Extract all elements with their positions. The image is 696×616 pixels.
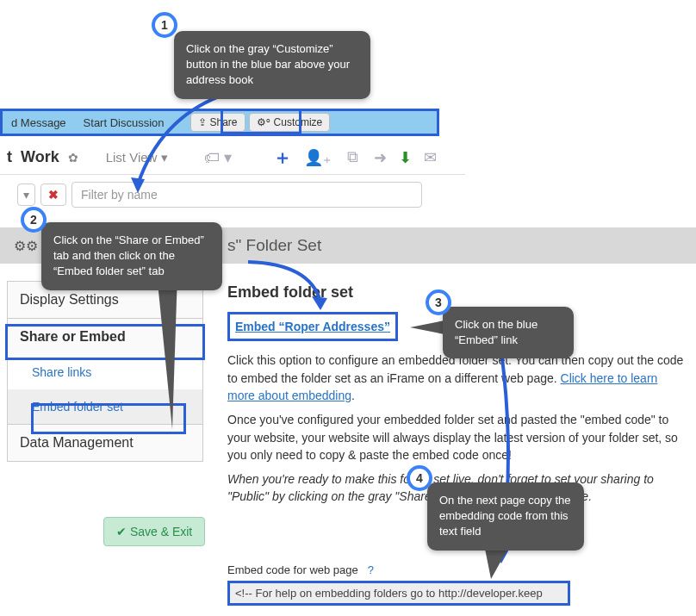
workspace-title[interactable]: Work xyxy=(21,148,59,166)
callout-4: On the next page copy the embedding code… xyxy=(427,482,584,551)
content-p2: Once you've configured your embedded fol… xyxy=(227,411,684,464)
embed-code-label-text: Embed code for web page xyxy=(227,563,358,576)
callout-2: Click on the “Share or Embed” tab and th… xyxy=(41,222,222,290)
embed-code-field[interactable]: <!-- For help on embedding folders go to… xyxy=(227,581,570,606)
save-exit-label: Save & Exit xyxy=(130,525,192,538)
embed-roper-link[interactable]: Embed “Roper Addresses” xyxy=(227,312,398,341)
svg-marker-1 xyxy=(312,296,327,310)
callout-badge-1: 1 xyxy=(152,12,177,38)
mail-icon[interactable]: ✉ xyxy=(420,148,440,167)
callout-2-text: Click on the “Share or Embed” tab and th… xyxy=(53,233,204,277)
settings-header-suffix: s" Folder Set xyxy=(227,236,321,255)
forward-icon[interactable]: ➜ xyxy=(370,148,390,167)
dropdown-button[interactable]: ▾ xyxy=(17,184,35,206)
save-exit-button[interactable]: ✔ Save & Exit xyxy=(103,517,205,546)
callout-badge-3: 3 xyxy=(426,289,451,315)
toolbar-prefix: t xyxy=(7,148,12,166)
download-icon[interactable]: ⬇ xyxy=(399,148,412,167)
callout-1: Click on the gray “Customize” button in … xyxy=(174,31,370,99)
embed-code-label: Embed code for web page ? xyxy=(227,563,374,576)
svg-marker-0 xyxy=(131,177,145,193)
clear-filter-button[interactable]: ✖ xyxy=(40,184,66,206)
callout-badge-2: 2 xyxy=(21,207,47,233)
callout-4-text: On the next page copy the embedding code… xyxy=(439,494,571,538)
gear-icon[interactable]: ✿ xyxy=(68,151,78,165)
callout-badge-4: 4 xyxy=(407,465,432,491)
gears-icon: ⚙⚙ xyxy=(14,238,38,254)
content-p1: Click this option to configure an embedd… xyxy=(227,352,684,404)
message-text: d Message xyxy=(3,116,75,129)
callout-1-text: Click on the gray “Customize” button in … xyxy=(186,42,350,86)
help-icon[interactable]: ? xyxy=(368,563,374,576)
add-user-icon[interactable]: 👤₊ xyxy=(301,148,335,167)
callout-3-text: Click on the blue “Embed” link xyxy=(455,318,538,346)
check-icon: ✔ xyxy=(116,525,127,538)
content-p1-period: . xyxy=(351,389,355,402)
callout-3: Click on the blue “Embed” link xyxy=(443,307,574,358)
copy-icon[interactable]: ⧉ xyxy=(344,148,362,166)
